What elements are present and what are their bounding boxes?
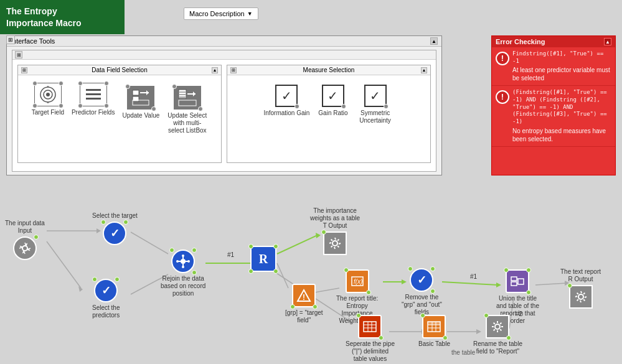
- update-select-tool[interactable]: Update Select with multi-select ListBox: [167, 86, 207, 134]
- input-icon: [13, 236, 37, 260]
- svg-rect-5: [86, 89, 101, 91]
- rejoin-node[interactable]: Rejoin the databased on recordposition: [161, 250, 205, 297]
- check-mark3: ✓: [417, 273, 426, 287]
- r-output-label: The text reportR Output: [560, 268, 601, 283]
- warning-icon-wrapper: !: [292, 284, 316, 307]
- t-output-icon-wrapper: [323, 231, 347, 255]
- r-dot-tl: [248, 244, 253, 249]
- update-value-tool[interactable]: Update Value: [122, 86, 159, 119]
- t-output-node[interactable]: The importanceweights as a tableT Output: [310, 207, 360, 255]
- app-title: The Entropy Importance Macro: [6, 6, 82, 28]
- interface-tools-outer: Interface Tools ▲ ⊞ ⊞ Data Field Selecti…: [6, 35, 442, 175]
- macro-desc-label: Macro Description: [189, 10, 245, 17]
- error-icon-1: !: [496, 52, 509, 65]
- svg-text:#1: #1: [470, 273, 478, 280]
- data-field-title-bar: ⊞ Data Field Selection ▲: [18, 65, 221, 75]
- predictor-icon-wrapper: [80, 83, 107, 106]
- select-pred-icon-wrapper: ✓: [94, 279, 118, 302]
- dot6-br: [341, 104, 346, 109]
- svg-line-22: [47, 241, 81, 288]
- symmetric-uncertainty-tool[interactable]: ✓ Symmetric Uncertainty: [357, 85, 394, 124]
- dot-br: [59, 103, 64, 108]
- data-field-selection-label: Data Field Selection: [92, 67, 148, 73]
- error-collapse-btn[interactable]: ▲: [604, 38, 611, 45]
- svg-rect-16: [179, 96, 186, 98]
- sp-dot-tl: [92, 277, 97, 282]
- dfs-collapse-btn[interactable]: ▲: [212, 67, 218, 73]
- sep-pipe-label: Seperate the pipe("|") delimitedtable va…: [346, 340, 395, 363]
- measure-tools: ✓ Information Gain ✓ Gain Ratio: [227, 75, 430, 134]
- predictor-fields-label: Predictor Fields: [72, 109, 115, 116]
- zoom-indicator-1[interactable]: ⊞: [6, 35, 15, 44]
- list-icon-svg: [85, 87, 102, 102]
- collapse-btn[interactable]: ▲: [430, 37, 438, 45]
- input-node[interactable]: The input dataInput: [5, 220, 45, 260]
- table3-icon: [426, 319, 441, 334]
- the-table-label: the table: [451, 349, 475, 356]
- input-icon-wrapper: [13, 236, 37, 260]
- update-value-icon: [127, 86, 154, 110]
- rename-label: Rename the tablefield to "Report": [473, 340, 522, 355]
- error-code-2: (Findstring([#1], "True") == -1) AND (Fi…: [512, 89, 611, 125]
- input-node-label: The input dataInput: [5, 220, 45, 235]
- predictor-icon: [80, 83, 107, 106]
- gain-ratio-icon: ✓: [322, 85, 344, 107]
- t-output-icon: [323, 231, 347, 255]
- svg-point-55: [176, 260, 179, 263]
- un-dot-br: [526, 290, 531, 295]
- dot4-tl: [172, 84, 177, 89]
- predictor-fields-tool[interactable]: Predictor Fields: [72, 83, 115, 116]
- svg-point-2: [46, 93, 50, 96]
- dfs-zoom-btn[interactable]: ⊞: [21, 67, 27, 73]
- target-icon-svg: [39, 86, 57, 103]
- dot2-br: [104, 103, 109, 108]
- gain-ratio-label: Gain Ratio: [318, 110, 347, 116]
- r-node[interactable]: R: [250, 246, 276, 272]
- warning-icon: !: [292, 284, 316, 307]
- update-select-icon: [174, 86, 201, 110]
- inner-zoom-btn[interactable]: ⊞: [15, 51, 22, 58]
- target-field-tool[interactable]: Target Field: [32, 83, 64, 116]
- measure-selection-panel: ⊞ Measure Selection ▲ ✓ Information Gain: [227, 65, 431, 163]
- r-dot-br: [273, 269, 278, 274]
- dot-bl: [32, 103, 37, 108]
- ms-zoom-btn[interactable]: ⊞: [230, 67, 237, 73]
- svg-point-53: [182, 254, 184, 257]
- gear2-icon: [327, 236, 342, 251]
- error-text-2: No entropy based measures have been sele…: [512, 127, 611, 143]
- sep-pipe-icon: [358, 315, 382, 338]
- basic-table-icon-wrapper: [422, 315, 446, 338]
- error-code-1: Findstring([#1], "True") == -1: [512, 50, 611, 65]
- r-output-node[interactable]: The text reportR Output: [560, 268, 601, 309]
- union-icon-wrapper: [506, 269, 529, 293]
- rename-node[interactable]: Rename the tablefield to "Report": [473, 315, 522, 355]
- information-gain-tool[interactable]: ✓ Information Gain: [263, 85, 309, 116]
- gain-ratio-tool[interactable]: ✓ Gain Ratio: [318, 85, 347, 116]
- ms-collapse-btn[interactable]: ▲: [421, 67, 427, 73]
- rejoin-icon-svg: [176, 254, 190, 268]
- basic-table-node[interactable]: Basic Table: [418, 315, 450, 348]
- svg-text:f(x): f(x): [354, 278, 362, 285]
- info-gain-icon: ✓: [275, 85, 298, 107]
- rejoin-icon-wrapper: [171, 250, 195, 273]
- sym-unc-icon: ✓: [364, 85, 387, 107]
- svg-point-56: [187, 260, 190, 263]
- report-title-icon: f(x): [346, 269, 369, 293]
- rf-dot-br: [430, 289, 435, 294]
- target-field-icon: [34, 83, 62, 106]
- title-bar: The Entropy Importance Macro: [0, 0, 125, 34]
- select-predictors-node[interactable]: ✓ Select thepredictors: [92, 279, 120, 319]
- r-dot-bl: [248, 269, 253, 274]
- svg-point-48: [181, 259, 186, 264]
- rj-dot-tr: [192, 248, 197, 253]
- macro-description-button[interactable]: Macro Description ▼: [184, 7, 258, 20]
- sep-pipe-node[interactable]: Seperate the pipe("|") delimitedtable va…: [346, 315, 395, 363]
- data-field-tools: Target Field: [18, 75, 221, 142]
- symmetric-uncertainty-label: Symmetric Uncertainty: [357, 110, 394, 124]
- select-target-node[interactable]: Select the target ✓: [92, 212, 138, 245]
- sub-panels-container: ⊞ Data Field Selection ▲: [12, 60, 436, 168]
- update-value-label: Update Value: [122, 112, 159, 119]
- warning-node[interactable]: ! [grp] = "targetfield": [285, 284, 323, 324]
- remove-fields-node[interactable]: ✓ Remove the"grp" and "out"fields: [402, 268, 442, 316]
- error-item-1: ! Findstring([#1], "True") == -1 At leas…: [492, 47, 615, 86]
